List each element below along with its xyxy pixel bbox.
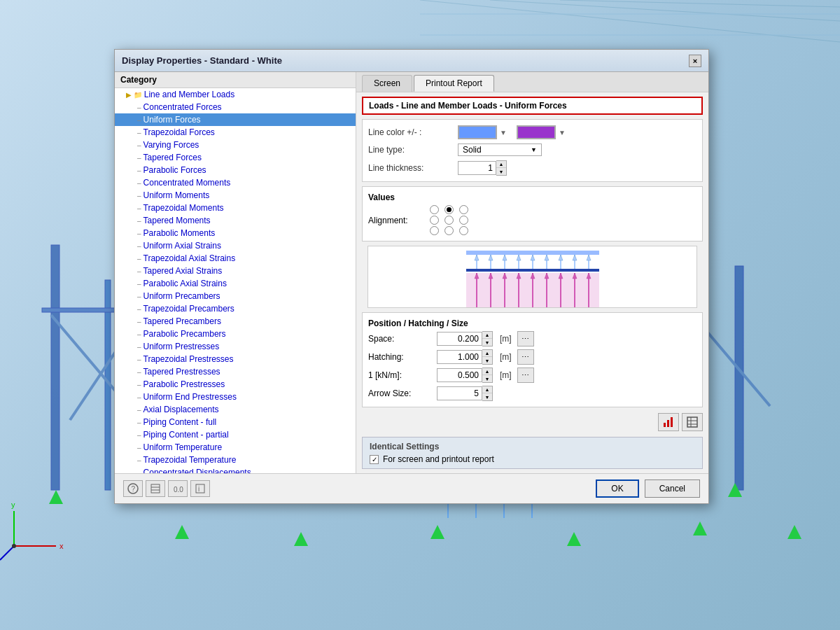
tree-item-trapezoidal-temperature[interactable]: –Trapezoidal Temperature	[115, 454, 356, 466]
tree-item-piping-content-partial[interactable]: –Piping Content - partial	[115, 428, 356, 441]
tree-item-concentrated-moments[interactable]: –Concentrated Moments	[115, 176, 356, 189]
item-label-tapered-axial-strains: Tapered Axial Strains	[144, 266, 223, 276]
values-section: Values Alignment:	[362, 186, 703, 241]
kn-input[interactable]	[437, 368, 482, 382]
item-dash: –	[137, 192, 141, 200]
cancel-button[interactable]: Cancel	[645, 479, 700, 498]
tree-item-tapered-prestresses[interactable]: –Tapered Prestresses	[115, 365, 356, 378]
line-thickness-spinner[interactable]: ▲ ▼	[458, 160, 507, 176]
hatching-input[interactable]	[437, 350, 482, 364]
chart-icon-btn[interactable]	[658, 413, 679, 431]
tree-item-piping-content-full[interactable]: –Piping Content - full	[115, 416, 356, 428]
item-dash: –	[137, 368, 141, 376]
arrow-down[interactable]: ▼	[482, 393, 492, 400]
radio-1[interactable]	[430, 205, 439, 214]
svg-rect-5	[51, 245, 59, 490]
ok-button[interactable]: OK	[596, 479, 638, 498]
tree-item-trapezoidal-forces[interactable]: –Trapezoidal Forces	[115, 126, 356, 139]
radio-6[interactable]	[459, 216, 468, 225]
line-thickness-input[interactable]	[458, 161, 496, 175]
dropdown-arrow-2[interactable]: ▼	[559, 129, 566, 136]
tree-item-uniform-axial-strains[interactable]: –Uniform Axial Strains	[115, 239, 356, 252]
kn-spinner-btns: ▲ ▼	[482, 368, 493, 383]
tree-item-tapered-moments[interactable]: –Tapered Moments	[115, 214, 356, 227]
hatching-up[interactable]: ▲	[482, 350, 492, 357]
space-icon-btn[interactable]: ⋯	[517, 331, 534, 346]
tree-item-line-and-member-loads[interactable]: ▶ 📁Line and Member Loads	[115, 88, 356, 101]
table-icon-btn[interactable]	[682, 413, 703, 431]
thickness-down[interactable]: ▼	[496, 168, 506, 175]
close-button[interactable]: ×	[689, 55, 701, 67]
tree-item-tapered-forces[interactable]: –Tapered Forces	[115, 151, 356, 164]
tree-item-uniform-temperature[interactable]: –Uniform Temperature	[115, 441, 356, 454]
color-btn-negative[interactable]	[517, 125, 556, 139]
hatching-down[interactable]: ▼	[482, 357, 492, 364]
tree-item-uniform-precambers[interactable]: –Uniform Precambers	[115, 290, 356, 302]
tree-item-trapezoidal-moments[interactable]: –Trapezoidal Moments	[115, 202, 356, 214]
arrow-input[interactable]	[437, 386, 482, 400]
tree-item-parabolic-moments[interactable]: –Parabolic Moments	[115, 227, 356, 239]
item-dash: –	[137, 204, 141, 212]
help-btn[interactable]: ?	[123, 480, 143, 497]
tree-item-parabolic-precambers[interactable]: –Parabolic Precambers	[115, 328, 356, 340]
space-up[interactable]: ▲	[482, 332, 492, 339]
kn-spinner[interactable]: ▲ ▼	[437, 368, 493, 383]
svg-marker-47	[545, 255, 549, 260]
identical-settings: Identical Settings For screen and printo…	[362, 437, 703, 469]
tree-container[interactable]: ▶ 📁Line and Member Loads–Concentrated Fo…	[115, 88, 356, 473]
tree-item-axial-displacements[interactable]: –Axial Displacements	[115, 403, 356, 416]
radio-row-2	[430, 216, 468, 225]
tree-item-uniform-forces[interactable]: –Uniform Forces	[115, 113, 356, 126]
hatching-icon-btn[interactable]: ⋯	[517, 349, 534, 365]
item-dash: –	[137, 330, 141, 338]
dialog: Display Properties - Standard - White × …	[114, 49, 709, 504]
arrow-label: Arrow Size:	[368, 388, 431, 398]
dropdown-arrow-1[interactable]: ▼	[500, 129, 507, 136]
tree-item-uniform-moments[interactable]: –Uniform Moments	[115, 189, 356, 202]
tree-item-parabolic-prestresses[interactable]: –Parabolic Prestresses	[115, 378, 356, 391]
info-btn[interactable]: i	[190, 480, 210, 497]
kn-up[interactable]: ▲	[482, 368, 492, 375]
item-dash: –	[137, 255, 141, 262]
number-btn[interactable]: 0.00	[168, 480, 188, 497]
tree-item-tapered-axial-strains[interactable]: –Tapered Axial Strains	[115, 265, 356, 277]
kn-icon-btn[interactable]: ⋯	[517, 368, 534, 383]
radio-2[interactable]	[444, 205, 454, 214]
thickness-up[interactable]: ▲	[496, 161, 506, 168]
tree-item-uniform-end-prestresses[interactable]: –Uniform End Prestresses	[115, 391, 356, 403]
tab-printout-report[interactable]: Printout Report	[414, 75, 494, 92]
tree-item-parabolic-forces[interactable]: –Parabolic Forces	[115, 164, 356, 176]
line-type-dropdown[interactable]: Solid ▼	[458, 144, 542, 156]
preview-svg: LC1 Loads [kN/m] 20.000	[452, 246, 613, 308]
space-down[interactable]: ▼	[482, 339, 492, 346]
space-input[interactable]	[437, 332, 482, 346]
color-btn-positive[interactable]	[458, 125, 497, 139]
radio-4[interactable]	[430, 216, 439, 225]
hatching-spinner[interactable]: ▲ ▼	[437, 349, 493, 365]
item-dash: –	[137, 129, 141, 136]
radio-3[interactable]	[459, 205, 468, 214]
edit-btn[interactable]	[146, 480, 165, 497]
space-row: Space: ▲ ▼ [m] ⋯	[368, 331, 696, 346]
svg-marker-18	[788, 525, 802, 539]
arrow-spinner[interactable]: ▲ ▼	[437, 386, 493, 401]
space-spinner[interactable]: ▲ ▼	[437, 331, 493, 346]
radio-9[interactable]	[459, 226, 468, 235]
radio-7[interactable]	[430, 226, 439, 235]
tree-item-varying-forces[interactable]: –Varying Forces	[115, 139, 356, 151]
item-dash: –	[137, 154, 141, 162]
tree-item-concentrated-forces[interactable]: –Concentrated Forces	[115, 101, 356, 113]
tree-item-parabolic-axial-strains[interactable]: –Parabolic Axial Strains	[115, 277, 356, 290]
kn-down[interactable]: ▼	[482, 375, 492, 382]
tree-item-trapezoidal-prestresses[interactable]: –Trapezoidal Prestresses	[115, 353, 356, 365]
tree-item-concentrated-displacements[interactable]: –Concentrated Displacements	[115, 466, 356, 473]
identical-checkbox[interactable]	[370, 455, 379, 464]
tab-screen[interactable]: Screen	[362, 75, 412, 92]
radio-5[interactable]	[444, 216, 454, 225]
tree-item-trapezoidal-precambers[interactable]: –Trapezoidal Precambers	[115, 302, 356, 315]
tree-item-uniform-prestresses[interactable]: –Uniform Prestresses	[115, 340, 356, 353]
tree-item-tapered-precambers[interactable]: –Tapered Precambers	[115, 315, 356, 328]
tree-item-trapezoidal-axial-strains[interactable]: –Trapezoidal Axial Strains	[115, 252, 356, 265]
arrow-up[interactable]: ▲	[482, 386, 492, 393]
radio-8[interactable]	[444, 226, 454, 235]
